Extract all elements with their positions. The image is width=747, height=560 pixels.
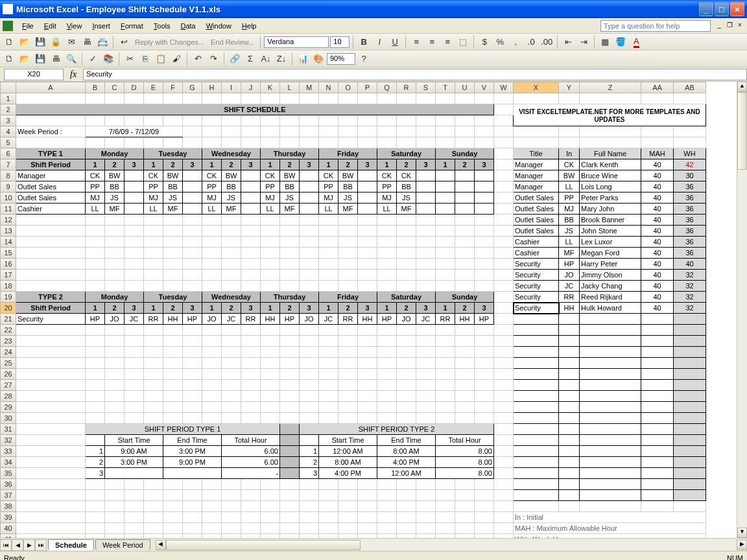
cell-J39[interactable] — [241, 512, 261, 523]
cell-E40[interactable] — [144, 523, 163, 534]
cell-U13[interactable] — [455, 226, 475, 237]
cell-N30[interactable] — [319, 413, 338, 424]
cell-A28[interactable] — [16, 391, 86, 402]
cell-I4[interactable] — [222, 126, 241, 137]
row-header-40[interactable]: 40 — [1, 523, 16, 534]
cell-E5[interactable] — [144, 137, 163, 148]
cell-O40[interactable] — [338, 523, 358, 534]
paste-icon[interactable]: 📋 — [154, 52, 168, 66]
cell-Q21[interactable]: HP — [377, 314, 397, 325]
cell-I39[interactable] — [222, 512, 241, 523]
drawing-icon[interactable]: 🎨 — [311, 52, 326, 66]
cell-B16[interactable] — [86, 259, 105, 270]
cell-A2[interactable]: SHIFT SCHEDULE — [16, 104, 494, 115]
cell-W41[interactable] — [494, 534, 514, 539]
cell-C5[interactable] — [105, 137, 124, 148]
cell-H38[interactable] — [202, 501, 222, 512]
cell-Q14[interactable] — [377, 237, 397, 248]
cell-Q17[interactable] — [377, 270, 397, 281]
cell-AB28[interactable] — [674, 391, 706, 402]
cell-AA36[interactable] — [641, 479, 674, 490]
print-preview-icon[interactable]: 🔍 — [64, 52, 78, 66]
cell-A38[interactable] — [16, 501, 86, 512]
cell-X30[interactable] — [514, 413, 559, 424]
cell-D29[interactable] — [124, 402, 144, 413]
cell-V37[interactable] — [475, 490, 494, 501]
cell-D21[interactable]: JC — [124, 314, 144, 325]
cell-G39[interactable] — [183, 512, 202, 523]
cell-I32[interactable]: Total Hour — [222, 435, 280, 446]
cell-R40[interactable] — [397, 523, 416, 534]
hyperlink-icon[interactable]: 🔗 — [228, 52, 242, 66]
cell-W5[interactable] — [494, 137, 514, 148]
cell-M40[interactable] — [300, 523, 319, 534]
cell-K37[interactable] — [261, 490, 280, 501]
cell-D16[interactable] — [124, 259, 144, 270]
cell-T28[interactable] — [436, 391, 455, 402]
menu-view[interactable]: View — [62, 20, 88, 32]
cell-D11[interactable] — [124, 204, 144, 215]
cell-B1[interactable] — [86, 93, 105, 104]
doc-minimize-button[interactable]: _ — [715, 21, 724, 30]
cell-V27[interactable] — [475, 380, 494, 391]
fax-icon[interactable]: 🖶 — [80, 35, 94, 49]
row-header-10[interactable]: 10 — [1, 192, 16, 204]
cell-A13[interactable] — [16, 226, 86, 237]
cell-J40[interactable] — [241, 523, 261, 534]
cell-B37[interactable] — [86, 490, 105, 501]
cell-R11[interactable]: MF — [397, 204, 416, 215]
cell-K21[interactable]: HH — [261, 314, 280, 325]
cell-E11[interactable]: LL — [144, 204, 163, 215]
cell-G4[interactable] — [183, 126, 202, 137]
cell-L13[interactable] — [280, 226, 300, 237]
cell-F28[interactable] — [163, 391, 183, 402]
cell-B26[interactable] — [86, 369, 105, 380]
cell-B14[interactable] — [86, 237, 105, 248]
cell-F5[interactable] — [163, 137, 183, 148]
scroll-left-icon[interactable]: ◀ — [156, 540, 166, 550]
tab-next-icon[interactable]: ▶ — [23, 539, 35, 551]
cell-AB21[interactable] — [674, 314, 706, 325]
cell-X35[interactable] — [514, 468, 559, 479]
cell-N28[interactable] — [319, 391, 338, 402]
cell-I14[interactable] — [222, 237, 241, 248]
cell-B30[interactable] — [86, 413, 105, 424]
cell-N40[interactable] — [319, 523, 338, 534]
cell-S21[interactable]: JC — [416, 314, 436, 325]
cell-T26[interactable] — [436, 369, 455, 380]
cell-X19[interactable]: Security — [514, 292, 559, 303]
cell-M8[interactable] — [300, 170, 319, 181]
cell-S22[interactable] — [416, 325, 436, 336]
cell-J12[interactable] — [241, 215, 261, 226]
cell-Q30[interactable] — [377, 413, 397, 424]
cell-B4[interactable]: 7/6/09 - 7/12/09 — [86, 126, 183, 137]
cell-I22[interactable] — [222, 325, 241, 336]
cell-I38[interactable] — [222, 501, 241, 512]
cell-P25[interactable] — [358, 358, 377, 369]
cell-Z26[interactable] — [580, 369, 641, 380]
cell-A35[interactable] — [16, 468, 86, 479]
cell-X33[interactable] — [514, 446, 559, 457]
cell-F8[interactable]: BW — [163, 170, 183, 181]
cell-U27[interactable] — [455, 380, 475, 391]
cell-R36[interactable] — [397, 479, 416, 490]
menu-tools[interactable]: Tools — [148, 20, 176, 32]
cell-L40[interactable] — [280, 523, 300, 534]
cell-AA15[interactable]: 40 — [641, 248, 674, 259]
cell-M24[interactable] — [300, 347, 319, 358]
cell-A11[interactable]: Cashier — [16, 204, 86, 215]
cell-Q4[interactable] — [377, 126, 397, 137]
cell-R5[interactable] — [397, 137, 416, 148]
cell-I5[interactable] — [222, 137, 241, 148]
cell-Q3[interactable] — [377, 115, 397, 126]
cell-V23[interactable] — [475, 336, 494, 347]
cell-P17[interactable] — [358, 270, 377, 281]
cell-P22[interactable] — [358, 325, 377, 336]
italic-icon[interactable]: I — [372, 35, 386, 49]
mail-icon[interactable]: ✉ — [64, 35, 78, 49]
cell-W39[interactable] — [494, 512, 514, 523]
cell-A4[interactable]: Week Period : — [16, 126, 86, 137]
row-header-16[interactable]: 16 — [1, 259, 16, 270]
cell-K11[interactable]: LL — [261, 204, 280, 215]
cell-W16[interactable] — [494, 259, 514, 270]
